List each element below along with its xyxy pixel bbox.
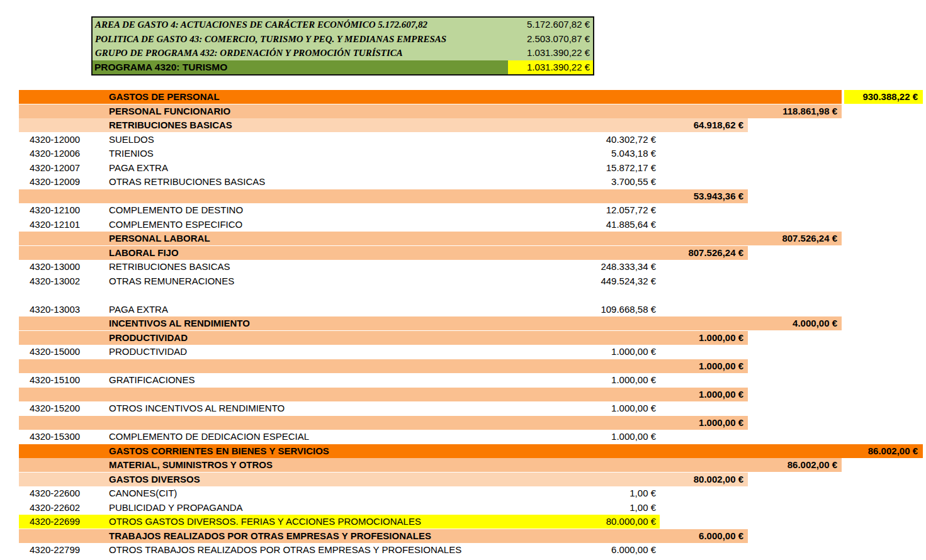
amount-cell: 15.872,17 € — [606, 161, 656, 176]
account-code-cell: 4320-12006 — [30, 147, 80, 161]
table-row: INCENTIVOS AL RENDIMIENTO4.000,00 € — [0, 316, 926, 331]
table-row: 4320-13002OTRAS REMUNERACIONES449.524,32… — [0, 274, 926, 289]
account-code-cell: 4320-22699 — [30, 515, 80, 529]
summary-label: PROGRAMA 4320: TURISMO — [93, 60, 508, 75]
table-row: 4320-12006TRIENIOS5.043,18 € — [0, 147, 926, 161]
amount-cell: 118.861,98 € — [782, 104, 837, 119]
amount-cell: 80.000,00 € — [606, 515, 656, 529]
table-row: PERSONAL LABORAL807.526,24 € — [0, 232, 926, 246]
description-cell: SUELDOS — [109, 133, 154, 147]
account-code-cell: 4320-15000 — [30, 345, 80, 359]
table-row: PERSONAL FUNCIONARIO118.861,98 € — [0, 104, 926, 119]
table-row: 4320-22602PUBLICIDAD Y PROPAGANDA1,00 € — [0, 501, 926, 515]
account-code-cell: 4320-22600 — [30, 486, 80, 501]
description-cell: GASTOS DE PERSONAL — [109, 90, 220, 104]
description-cell: RETRIBUCIONES BASICAS — [109, 118, 232, 133]
table-row: 4320-15000PRODUCTIVIDAD1.000,00 € — [0, 345, 926, 359]
account-code-cell: 4320-15200 — [30, 401, 80, 416]
account-code-cell: 4320-12000 — [30, 133, 80, 147]
amount-cell: 86.002,00 € — [788, 458, 837, 473]
budget-table: GASTOS DE PERSONAL930.388,22 €PERSONAL F… — [0, 90, 926, 557]
table-row: 1.000,00 € — [0, 416, 926, 430]
table-row: 4320-12009OTRAS RETRIBUCIONES BASICAS3.7… — [0, 175, 926, 189]
amount-cell: 1,00 € — [630, 486, 656, 501]
table-row: 4320-12101COMPLEMENTO ESPECIFICO41.885,6… — [0, 218, 926, 232]
description-cell: PAGA EXTRA — [109, 161, 168, 176]
description-cell: GASTOS DIVERSOS — [109, 473, 200, 487]
amount-cell: 1.000,00 € — [699, 388, 743, 402]
description-cell: TRIENIOS — [109, 147, 154, 161]
description-cell: GRATIFICACIONES — [109, 373, 195, 388]
table-row: 4320-12000SUELDOS40.302,72 € — [0, 133, 926, 147]
description-cell: TRABAJOS REALIZADOS POR OTRAS EMPRESAS Y… — [109, 529, 431, 544]
amount-cell: 6.000,00 € — [699, 529, 743, 544]
description-cell: CANONES(CIT) — [109, 486, 177, 501]
program-summary-box: AREA DE GASTO 4: ACTUACIONES DE CARÁCTER… — [91, 16, 594, 76]
description-cell: PRODUCTIVIDAD — [109, 345, 187, 359]
description-cell: OTROS GASTOS DIVERSOS. FERIAS Y ACCIONES… — [109, 515, 421, 529]
amount-cell: 930.388,22 € — [862, 90, 918, 104]
account-code-cell: 4320-12009 — [30, 175, 80, 189]
description-cell: OTROS INCENTIVOS AL RENDIMIENTO — [109, 401, 285, 416]
account-code-cell: 4320-22799 — [30, 543, 80, 557]
table-row — [0, 288, 926, 303]
description-cell: MATERIAL, SUMINISTROS Y OTROS — [109, 458, 273, 473]
account-code-cell: 4320-15100 — [30, 373, 80, 388]
amount-cell: 1,00 € — [630, 501, 656, 515]
amount-cell: 86.002,00 € — [868, 444, 918, 459]
amount-cell: 1.000,00 € — [611, 430, 656, 444]
amount-cell: 807.526,24 € — [782, 232, 837, 246]
description-cell: OTROS TRABAJOS REALIZADOS POR OTRAS EMPR… — [109, 543, 461, 557]
table-row: 4320-15300COMPLEMENTO DE DEDICACION ESPE… — [0, 430, 926, 444]
row-band — [19, 388, 748, 401]
table-row: 4320-22799OTROS TRABAJOS REALIZADOS POR … — [0, 543, 926, 557]
table-row: 4320-15100GRATIFICACIONES1.000,00 € — [0, 373, 926, 388]
table-row: 4320-12007PAGA EXTRA15.872,17 € — [0, 161, 926, 176]
table-row: 4320-22699OTROS GASTOS DIVERSOS. FERIAS … — [0, 515, 926, 529]
row-band — [19, 359, 748, 373]
amount-cell: 109.668,58 € — [601, 303, 656, 317]
amount-cell: 248.333,34 € — [601, 260, 656, 274]
summary-row-area-de-gasto: AREA DE GASTO 4: ACTUACIONES DE CARÁCTER… — [93, 18, 593, 32]
summary-value: 5.172.607,82 € — [508, 18, 593, 32]
amount-cell: 53.943,36 € — [694, 189, 743, 204]
summary-row-politica-de-gasto: POLITICA DE GASTO 43: COMERCIO, TURISMO … — [93, 32, 593, 47]
table-row: GASTOS DIVERSOS80.002,00 € — [0, 473, 926, 487]
table-row: TRABAJOS REALIZADOS POR OTRAS EMPRESAS Y… — [0, 529, 926, 544]
description-cell: PERSONAL FUNCIONARIO — [109, 104, 230, 119]
account-code-cell: 4320-15300 — [30, 430, 80, 444]
amount-cell: 449.524,32 € — [601, 274, 656, 289]
summary-label: AREA DE GASTO 4: ACTUACIONES DE CARÁCTER… — [93, 18, 508, 32]
amount-cell: 12.057,72 € — [606, 203, 656, 218]
amount-cell: 40.302,72 € — [606, 133, 656, 147]
description-cell: GASTOS CORRIENTES EN BIENES Y SERVICIOS — [109, 444, 329, 459]
description-cell: PRODUCTIVIDAD — [109, 331, 188, 345]
amount-cell: 64.918,62 € — [694, 118, 743, 133]
table-row: 4320-13003PAGA EXTRA109.668,58 € — [0, 303, 926, 317]
summary-label: POLITICA DE GASTO 43: COMERCIO, TURISMO … — [93, 32, 508, 47]
summary-row-programa: PROGRAMA 4320: TURISMO 1.031.390,22 € — [93, 60, 593, 75]
description-cell: PERSONAL LABORAL — [109, 232, 210, 246]
summary-row-grupo-de-programa: GRUPO DE PROGRAMA 432: ORDENACIÓN Y PROM… — [93, 46, 593, 60]
description-cell: OTRAS RETRIBUCIONES BASICAS — [109, 175, 265, 189]
account-code-cell: 4320-12100 — [30, 203, 80, 218]
amount-cell: 4.000,00 € — [793, 316, 837, 331]
summary-value-highlight: 1.031.390,22 € — [508, 60, 593, 75]
description-cell: COMPLEMENTO ESPECIFICO — [109, 218, 242, 232]
description-cell: OTRAS REMUNERACIONES — [109, 274, 234, 289]
row-band — [19, 416, 748, 430]
budget-report-page: { "title_box": { "rows": [ { "label": "A… — [0, 0, 926, 560]
description-cell: PUBLICIDAD Y PROPAGANDA — [109, 501, 243, 515]
account-code-cell: 4320-13002 — [30, 274, 80, 289]
table-row: RETRIBUCIONES BASICAS64.918,62 € — [0, 118, 926, 133]
description-cell: LABORAL FIJO — [109, 246, 179, 260]
table-row: 1.000,00 € — [0, 388, 926, 402]
table-row: 4320-22600CANONES(CIT)1,00 € — [0, 486, 926, 501]
amount-cell: 1.000,00 € — [611, 373, 656, 388]
amount-cell: 1.000,00 € — [611, 345, 656, 359]
amount-cell: 1.000,00 € — [699, 359, 743, 374]
table-row: LABORAL FIJO807.526,24 € — [0, 246, 926, 260]
amount-cell: 3.700,55 € — [611, 175, 656, 189]
table-row: 4320-12100COMPLEMENTO DE DESTINO12.057,7… — [0, 203, 926, 218]
description-cell: RETRIBUCIONES BASICAS — [109, 260, 230, 274]
